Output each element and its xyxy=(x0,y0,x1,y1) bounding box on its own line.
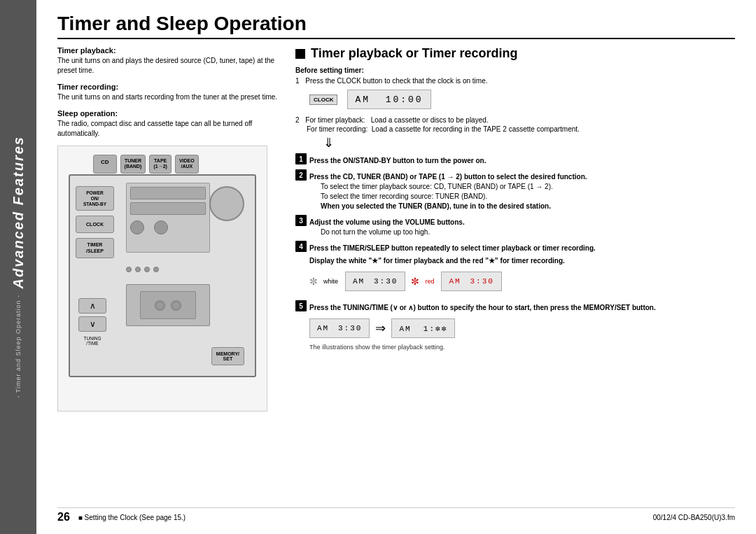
pre-step-2b: For timer recording: Load a cassette for… xyxy=(307,125,735,133)
step-4-sub: Display the white "★" for timer playback… xyxy=(309,257,565,265)
lcd-clock-display: AM 10:00 xyxy=(347,90,430,109)
lcd-step5-after: AM 1:✼✼ xyxy=(391,318,455,338)
pre-step-1: 1 Press the CLOCK button to check that t… xyxy=(295,77,735,85)
timer-playback-title: Timer playback: xyxy=(57,46,281,55)
footer-note: ■ Setting the Clock (See page 15.) xyxy=(78,514,186,521)
down-arrow-button[interactable]: ∨ xyxy=(78,316,106,332)
sidebar: Advanced Features - Timer and Sleep Oper… xyxy=(0,0,36,534)
lcd-timer-red: AM 3:30 xyxy=(441,272,501,291)
cd-button[interactable]: CD xyxy=(93,155,117,174)
video-aux-button[interactable]: VIDEO/AUX xyxy=(175,155,199,174)
right-column: Timer playback or Timer recording Before… xyxy=(295,46,735,519)
before-setting-label: Before setting timer: xyxy=(295,66,735,74)
device-illustration: CD TUNER(BAND) TAPE(1→2) VIDEO/AUX POWER… xyxy=(57,146,267,412)
white-label: white xyxy=(323,278,338,285)
main-content: Timer and Sleep Operation Timer playback… xyxy=(57,13,735,527)
right-arrow: ⇒ xyxy=(375,321,386,336)
lcd-step5-before: AM 3:30 xyxy=(309,318,370,338)
step-3-num: 3 xyxy=(295,215,307,226)
step-5-num: 5 xyxy=(295,300,307,311)
timer-sleep-button[interactable]: TIMER/SLEEP xyxy=(76,238,114,258)
step-4-num: 4 xyxy=(295,241,307,252)
page-container: Advanced Features - Timer and Sleep Oper… xyxy=(0,0,756,534)
tape-button[interactable]: TAPE(1→2) xyxy=(149,155,171,174)
page-number: 26 xyxy=(57,511,70,524)
step-1-text: Press the ON/STAND-BY button to turn the… xyxy=(309,157,486,164)
sleep-operation-text: The radio, compact disc and cassette tap… xyxy=(57,119,281,139)
asterisk-white-icon: ✼ xyxy=(309,276,318,287)
two-col-layout: Timer playback: The unit turns on and pl… xyxy=(57,46,735,519)
section-bullet xyxy=(295,49,305,59)
step-2-row: 2 Press the CD, TUNER (BAND) or TAPE (1 … xyxy=(295,169,735,211)
step-2-detail-3: When you selected the TUNER (BAND), tune… xyxy=(321,202,735,211)
timer-recording-title: Timer recording: xyxy=(57,83,281,91)
step-2-text: Press the CD, TUNER (BAND) or TAPE (1 → … xyxy=(309,173,587,181)
sidebar-main-text: Advanced Features xyxy=(10,136,27,289)
memory-set-button[interactable]: MEMORY/SET xyxy=(211,347,244,365)
step-4-text: Press the TIMER/SLEEP button repeatedly … xyxy=(309,244,596,252)
step-3-text: Adjust the volume using the VOLUME butto… xyxy=(309,218,465,226)
step-1-num: 1 xyxy=(295,153,307,164)
step-5-row: 5 Press the TUNING/TIME (∨ or ∧) button … xyxy=(295,300,735,351)
right-section-title: Timer playback or Timer recording xyxy=(295,46,735,61)
illustration-caption: The illustrations show the timer playbac… xyxy=(309,344,735,351)
asterisk-red-icon: ✼ xyxy=(411,276,419,287)
sidebar-sub-text: - Timer and Sleep Operation - xyxy=(15,295,22,398)
footer-file-info: 00/12/4 CD-BA250(U)3.fm xyxy=(653,514,735,521)
sleep-operation-title: Sleep operation: xyxy=(57,109,281,118)
timer-playback-text: The unit turns on and plays the desired … xyxy=(57,56,281,76)
down-arrow: ⇓ xyxy=(323,135,735,150)
lcd-timer-white: AM 3:30 xyxy=(345,272,405,291)
up-arrow-button[interactable]: ∧ xyxy=(78,298,106,314)
tuner-band-button[interactable]: TUNER(BAND) xyxy=(120,155,146,174)
step-4-row: 4 Press the TIMER/SLEEP button repeatedl… xyxy=(295,241,735,297)
clock-button-device[interactable]: CLOCK xyxy=(76,216,114,233)
step-3-detail: Do not turn the volume up too high. xyxy=(321,227,735,237)
left-column: Timer playback: The unit turns on and pl… xyxy=(57,46,281,519)
step-5-text: Press the TUNING/TIME (∨ or ∧) button to… xyxy=(309,304,656,311)
step-2-detail-1: To select the timer playback source: CD,… xyxy=(321,182,735,192)
step-1-row: 1 Press the ON/STAND-BY button to turn t… xyxy=(295,153,735,166)
clock-button-small: CLOCK xyxy=(309,94,337,105)
pre-step-2: 2 For timer playback: Load a cassette or… xyxy=(295,116,735,124)
red-label: red xyxy=(425,278,434,285)
power-button[interactable]: POWERON/STAND-BY xyxy=(76,186,114,211)
step-2-detail-2: To select the timer recording source: TU… xyxy=(321,192,735,202)
step-3-row: 3 Adjust the volume using the VOLUME but… xyxy=(295,215,735,237)
timer-recording-text: The unit turns on and starts recording f… xyxy=(57,92,281,102)
step-2-num: 2 xyxy=(295,169,307,181)
page-title: Timer and Sleep Operation xyxy=(57,13,735,39)
